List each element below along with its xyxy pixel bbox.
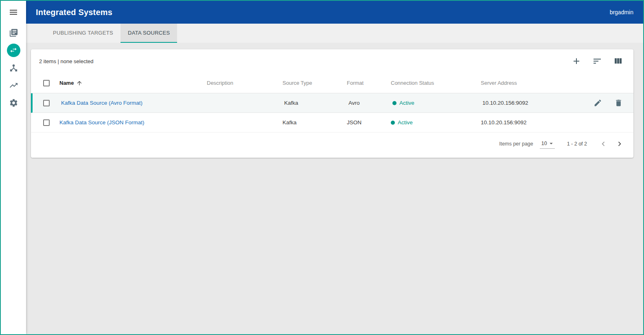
row-source-type: Kafka bbox=[283, 119, 347, 126]
pencil-icon bbox=[594, 99, 602, 107]
page-title: Integrated Systems bbox=[36, 8, 112, 17]
card-toolbar: 2 items | none selected bbox=[31, 49, 633, 73]
sidebar-item-hierarchy[interactable] bbox=[5, 62, 22, 73]
edit-button[interactable] bbox=[594, 99, 602, 107]
sidebar bbox=[1, 1, 26, 334]
app-window: Integrated Systems brgadmin PUBLISHING T… bbox=[0, 0, 644, 335]
connection-status: Active bbox=[391, 119, 481, 126]
sidebar-nav bbox=[5, 24, 22, 108]
sort-button[interactable] bbox=[592, 56, 602, 66]
column-header-server-address[interactable]: Server Address bbox=[481, 80, 585, 86]
page-range-label: 1 - 2 of 2 bbox=[567, 141, 587, 147]
plus-icon bbox=[572, 56, 581, 66]
row-server-address: 10.10.20.156:9092 bbox=[481, 119, 585, 126]
previous-page-button[interactable] bbox=[595, 136, 611, 152]
sort-ascending-icon bbox=[76, 80, 83, 86]
row-format: JSON bbox=[347, 119, 391, 126]
table-header-row: Name Description Source Type Format Conn… bbox=[31, 73, 633, 93]
table-row[interactable]: Kafka Data Source (Avro Format) Kafka Av… bbox=[31, 93, 633, 113]
tab-publishing-targets[interactable]: PUBLISHING TARGETS bbox=[46, 24, 120, 43]
main-area: Integrated Systems brgadmin PUBLISHING T… bbox=[26, 1, 643, 334]
toolbar-actions bbox=[572, 56, 623, 66]
hamburger-icon bbox=[9, 7, 18, 17]
row-name-link[interactable]: Kafka Data Source (Avro Format) bbox=[61, 100, 142, 106]
trash-icon bbox=[614, 99, 623, 107]
items-per-page-value: 10 bbox=[541, 141, 547, 146]
data-sources-card: 2 items | none selected bbox=[31, 49, 633, 158]
column-header-name[interactable]: Name bbox=[59, 80, 207, 86]
items-per-page-label: Items per page bbox=[499, 141, 533, 147]
caret-down-icon bbox=[548, 140, 555, 147]
app-header: Integrated Systems brgadmin bbox=[26, 1, 643, 24]
table-row[interactable]: Kafka Data Source (JSON Format) Kafka JS… bbox=[31, 113, 633, 132]
swap-horizontal-icon bbox=[7, 44, 20, 57]
column-header-name-label: Name bbox=[59, 80, 74, 86]
row-server-address: 10.10.20.156:9092 bbox=[482, 100, 585, 106]
add-button[interactable] bbox=[572, 56, 581, 66]
status-dot-icon bbox=[392, 101, 396, 105]
row-name-link[interactable]: Kafka Data Source (JSON Format) bbox=[59, 119, 145, 126]
sidebar-item-analytics[interactable] bbox=[5, 79, 22, 91]
chevron-left-icon bbox=[599, 139, 608, 148]
sidebar-item-integrated-systems[interactable] bbox=[5, 44, 22, 56]
sidebar-item-settings[interactable] bbox=[5, 97, 22, 108]
row-actions bbox=[585, 99, 633, 107]
chevron-right-icon bbox=[615, 139, 624, 148]
trending-up-icon bbox=[9, 81, 18, 90]
row-checkbox[interactable] bbox=[43, 119, 50, 126]
library-icon bbox=[9, 28, 18, 37]
items-per-page-select[interactable]: 10 bbox=[540, 139, 555, 149]
status-label: Active bbox=[399, 100, 414, 106]
status-dot-icon bbox=[391, 121, 395, 125]
row-format: Avro bbox=[348, 100, 392, 106]
column-header-format[interactable]: Format bbox=[347, 80, 391, 86]
device-hub-icon bbox=[9, 63, 18, 73]
column-header-description[interactable]: Description bbox=[207, 80, 283, 86]
tab-bar: PUBLISHING TARGETS DATA SOURCES bbox=[26, 24, 643, 43]
paginator: Items per page 10 1 - 2 of 2 bbox=[31, 132, 633, 155]
gear-icon bbox=[9, 98, 18, 108]
next-page-button[interactable] bbox=[611, 136, 628, 152]
tab-data-sources[interactable]: DATA SOURCES bbox=[120, 24, 177, 43]
row-source-type: Kafka bbox=[284, 100, 348, 106]
select-all-checkbox[interactable] bbox=[43, 80, 50, 86]
sidebar-item-publishing[interactable] bbox=[5, 27, 22, 38]
columns-button[interactable] bbox=[613, 56, 623, 66]
delete-button[interactable] bbox=[614, 99, 623, 107]
sort-icon bbox=[592, 56, 602, 66]
user-name[interactable]: brgadmin bbox=[610, 9, 633, 15]
row-checkbox[interactable] bbox=[43, 100, 50, 106]
view-columns-icon bbox=[613, 56, 623, 66]
connection-status: Active bbox=[392, 100, 482, 106]
content-area: 2 items | none selected bbox=[26, 43, 643, 334]
status-label: Active bbox=[398, 119, 413, 126]
menu-toggle-button[interactable] bbox=[1, 1, 26, 24]
selection-summary: 2 items | none selected bbox=[39, 58, 93, 64]
column-header-connection-status[interactable]: Connection Status bbox=[391, 80, 481, 86]
column-header-source-type[interactable]: Source Type bbox=[283, 80, 347, 86]
